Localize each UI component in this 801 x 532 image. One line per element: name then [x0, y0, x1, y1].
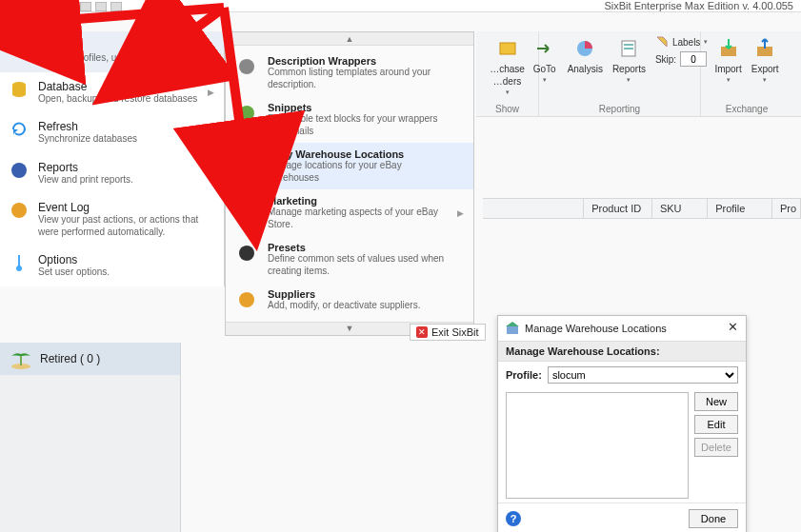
- qat-icon[interactable]: [19, 2, 30, 11]
- submenu-desc: Manage locations for your eBay warehouse…: [268, 160, 449, 184]
- svg-point-20: [239, 292, 254, 307]
- file-menu-refresh[interactable]: RefreshSynchronize databases: [0, 112, 224, 153]
- chevron-right-icon: ▶: [208, 47, 214, 56]
- close-icon: ✕: [416, 326, 428, 338]
- cart-icon: [496, 37, 519, 60]
- pie-chart-icon: [573, 37, 596, 60]
- qat-icon[interactable]: [65, 2, 76, 11]
- supplier-icon: [235, 288, 258, 311]
- submenu-title: Snippets: [268, 102, 449, 113]
- submenu-snippets[interactable]: SnippetsReuseable text blocks for your w…: [226, 96, 473, 143]
- menu-item-desc: Set user options.: [38, 266, 110, 279]
- export-button[interactable]: Export ▾: [751, 35, 779, 84]
- column-header[interactable]: Product ID: [584, 199, 652, 218]
- purchase-label: …chase: [490, 64, 525, 74]
- file-menu-options[interactable]: OptionsSet user options.: [0, 246, 224, 286]
- exit-label: Exit SixBit: [431, 326, 479, 338]
- file-menu: ManageManage profiles, users, pictures, …: [0, 31, 225, 286]
- svg-rect-22: [507, 326, 518, 334]
- submenu-desc: Reuseable text blocks for your wrappers …: [268, 113, 449, 137]
- menu-item-title: Manage: [38, 39, 193, 52]
- svg-point-15: [239, 59, 254, 74]
- skip-label: Skip:: [655, 54, 676, 65]
- submenu-presets[interactable]: PresetsDefine common sets of values used…: [226, 236, 473, 283]
- tree-node-retired[interactable]: Retired ( 0 ): [0, 343, 180, 375]
- submenu-title: Presets: [268, 242, 449, 253]
- box-out-icon: [753, 37, 776, 60]
- help-button[interactable]: ?: [506, 511, 521, 526]
- delete-button[interactable]: Delete: [694, 438, 738, 457]
- tree-node-label: Retired ( 0 ): [40, 352, 100, 365]
- svg-point-19: [239, 246, 254, 261]
- import-label: Import: [714, 64, 741, 74]
- submenu-ebay-warehouse-locations[interactable]: eBay Warehouse LocationsManage locations…: [226, 143, 473, 189]
- orders-label: …ders: [493, 76, 521, 87]
- submenu-marketing[interactable]: MarketingManage marketing aspects of you…: [226, 189, 473, 236]
- submenu-desc: Manage marketing aspects of your eBay St…: [268, 207, 448, 230]
- new-button[interactable]: New: [694, 392, 738, 411]
- options-icon: [10, 253, 29, 272]
- reports-label: Reports: [612, 64, 646, 74]
- menu-item-title: Database: [38, 80, 197, 93]
- manage-warehouse-dialog: Manage Warehouse Locations ✕ Manage Ware…: [497, 315, 747, 532]
- svg-point-10: [12, 91, 26, 97]
- qat-icon[interactable]: [80, 2, 91, 11]
- svg-rect-13: [18, 255, 20, 266]
- column-header[interactable]: Profile: [708, 199, 772, 218]
- column-header[interactable]: Pro: [772, 199, 801, 218]
- file-menu-manage[interactable]: ManageManage profiles, users, pictures, …: [0, 31, 224, 72]
- scroll-up-handle[interactable]: ▲: [226, 32, 473, 46]
- labels-label: Labels: [672, 37, 700, 48]
- db-icon: [10, 80, 29, 99]
- submenu-desc: Add, modify, or deactivate suppliers.: [268, 300, 420, 312]
- snip-icon: [235, 102, 258, 125]
- menu-item-title: Refresh: [38, 120, 137, 133]
- box-in-icon: [717, 37, 740, 60]
- submenu-title: Suppliers: [268, 288, 420, 300]
- folder-tree: Retired ( 0 ): [0, 343, 181, 532]
- analysis-button[interactable]: Analysis: [568, 35, 603, 74]
- chevron-right-icon: ▶: [208, 88, 214, 97]
- analysis-label: Analysis: [568, 64, 603, 74]
- file-menu-event-log[interactable]: Event LogView your past actions, or acti…: [0, 193, 224, 246]
- menu-item-desc: Manage profiles, users, pictures, etc.: [38, 52, 193, 65]
- chevron-right-icon: ▶: [457, 208, 464, 218]
- menu-item-desc: View your past actions, or actions that …: [38, 214, 214, 238]
- submenu-title: eBay Warehouse Locations: [268, 148, 449, 160]
- submenu-description-wrappers[interactable]: Description WrappersCommon listing templ…: [226, 49, 473, 96]
- column-header[interactable]: [483, 199, 584, 218]
- svg-point-18: [239, 199, 254, 214]
- qat-icon[interactable]: [50, 2, 61, 11]
- done-button[interactable]: Done: [689, 509, 738, 528]
- ribbon: …chase …ders ▾ Show GoTo ▾ Analysis Repo…: [476, 31, 801, 117]
- profile-select[interactable]: slocum: [548, 366, 738, 384]
- svg-point-16: [239, 106, 254, 121]
- locations-listbox[interactable]: [506, 392, 689, 499]
- import-button[interactable]: Import ▾: [714, 35, 741, 84]
- reports-button[interactable]: Reports ▾: [612, 35, 646, 84]
- dialog-title: Manage Warehouse Locations: [525, 323, 667, 334]
- qat-icon[interactable]: [34, 2, 46, 11]
- dialog-close-button[interactable]: ✕: [728, 320, 738, 334]
- gear-icon: [10, 39, 29, 58]
- ribbon-group-show: Show: [495, 101, 519, 114]
- goto-button[interactable]: GoTo ▾: [531, 35, 558, 84]
- refresh-icon: [10, 120, 29, 139]
- qat-icon[interactable]: [110, 2, 122, 11]
- submenu-title: Description Wrappers: [268, 55, 449, 67]
- qat-icon[interactable]: [4, 2, 15, 11]
- svg-point-14: [16, 266, 22, 271]
- file-menu-reports[interactable]: ReportsView and print reports.: [0, 153, 224, 194]
- file-tab[interactable]: File: [0, 12, 42, 31]
- report-icon: [617, 37, 640, 60]
- menu-item-title: Reports: [38, 161, 133, 174]
- submenu-suppliers[interactable]: SuppliersAdd, modify, or deactivate supp…: [226, 283, 473, 318]
- qat-icon[interactable]: [95, 2, 107, 11]
- column-header[interactable]: SKU: [652, 199, 708, 218]
- edit-button[interactable]: Edit: [694, 415, 738, 434]
- log-icon: [10, 201, 29, 220]
- file-menu-database[interactable]: DatabaseOpen, backup, and restore databa…: [0, 72, 224, 113]
- exit-button[interactable]: ✕ Exit SixBit: [410, 324, 486, 341]
- purchase-orders-button[interactable]: …chase …ders ▾: [490, 35, 525, 96]
- report-icon: [10, 161, 29, 180]
